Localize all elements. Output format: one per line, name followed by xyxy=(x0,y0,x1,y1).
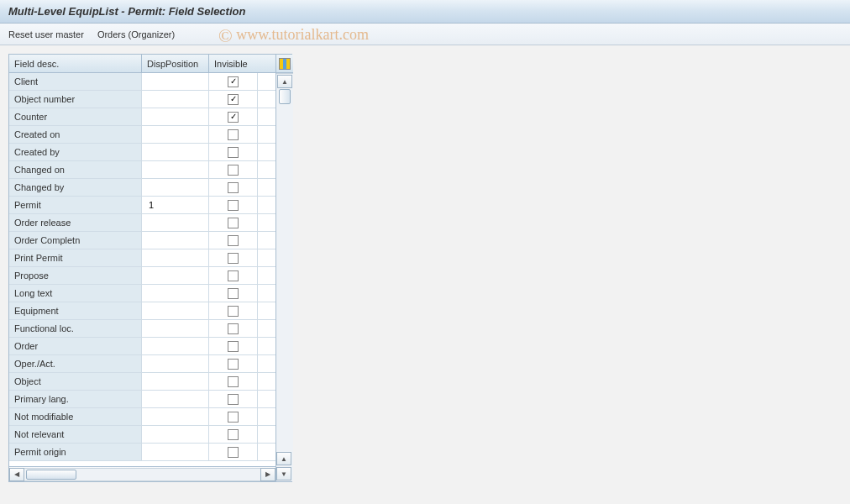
disp-position-cell[interactable] xyxy=(142,126,209,143)
disp-position-cell[interactable] xyxy=(142,302,209,319)
disp-position-cell[interactable] xyxy=(142,108,209,125)
disp-position-cell[interactable] xyxy=(142,426,209,443)
invisible-cell[interactable] xyxy=(209,73,258,90)
disp-position-input[interactable] xyxy=(147,162,203,177)
invisible-cell[interactable] xyxy=(209,267,258,284)
invisible-cell[interactable] xyxy=(209,391,258,407)
disp-position-cell[interactable] xyxy=(142,355,209,372)
disp-position-input[interactable] xyxy=(147,92,203,107)
disp-position-input[interactable] xyxy=(147,233,203,248)
disp-position-cell[interactable] xyxy=(142,320,209,337)
invisible-checkbox[interactable] xyxy=(228,182,239,193)
disp-position-input[interactable] xyxy=(147,444,203,459)
vscroll-up-button[interactable]: ▲ xyxy=(277,75,292,88)
invisible-cell[interactable] xyxy=(209,302,258,319)
reset-user-master-button[interactable]: Reset user master xyxy=(8,29,84,39)
col-header-disp-position[interactable]: DispPosition xyxy=(142,55,209,72)
hscroll-left-button[interactable]: ◀ xyxy=(9,468,24,481)
invisible-checkbox[interactable] xyxy=(228,447,239,458)
disp-position-cell[interactable] xyxy=(142,179,209,196)
disp-position-input[interactable] xyxy=(147,339,203,354)
disp-position-cell[interactable] xyxy=(142,373,209,390)
disp-position-input[interactable] xyxy=(147,197,203,213)
invisible-checkbox[interactable] xyxy=(228,306,239,317)
invisible-checkbox[interactable] xyxy=(228,323,239,334)
col-header-field-desc[interactable]: Field desc. xyxy=(9,55,142,72)
disp-position-input[interactable] xyxy=(147,409,203,424)
vscroll-down-button[interactable]: ▼ xyxy=(276,467,291,480)
hscroll-track[interactable] xyxy=(24,468,260,481)
invisible-checkbox[interactable] xyxy=(228,218,239,228)
col-header-invisible[interactable]: Invisible xyxy=(209,55,258,72)
disp-position-input[interactable] xyxy=(147,356,203,371)
invisible-cell[interactable] xyxy=(209,444,258,460)
invisible-checkbox[interactable] xyxy=(228,94,239,105)
disp-position-input[interactable] xyxy=(147,268,203,283)
hscroll-right-button[interactable]: ▶ xyxy=(260,468,275,481)
disp-position-input[interactable] xyxy=(147,74,203,89)
invisible-cell[interactable] xyxy=(209,91,258,108)
invisible-checkbox[interactable] xyxy=(228,165,239,176)
disp-position-input[interactable] xyxy=(147,321,203,336)
invisible-checkbox[interactable] xyxy=(228,394,239,405)
configure-columns-button[interactable] xyxy=(276,55,293,73)
disp-position-cell[interactable] xyxy=(142,197,209,213)
invisible-checkbox[interactable] xyxy=(228,253,239,264)
horizontal-scrollbar[interactable]: ◀ ▶ xyxy=(9,466,275,481)
vscroll-down-step-button[interactable]: ▲ xyxy=(276,452,291,465)
disp-position-input[interactable] xyxy=(147,286,203,301)
disp-position-cell[interactable] xyxy=(142,267,209,284)
invisible-cell[interactable] xyxy=(209,338,258,354)
disp-position-cell[interactable] xyxy=(142,91,209,108)
invisible-cell[interactable] xyxy=(209,249,258,266)
disp-position-input[interactable] xyxy=(147,144,203,160)
invisible-checkbox[interactable] xyxy=(228,359,239,370)
invisible-checkbox[interactable] xyxy=(228,129,239,140)
disp-position-cell[interactable] xyxy=(142,249,209,266)
invisible-cell[interactable] xyxy=(209,320,258,337)
disp-position-cell[interactable] xyxy=(142,444,209,460)
invisible-checkbox[interactable] xyxy=(228,429,239,440)
invisible-checkbox[interactable] xyxy=(228,341,239,352)
invisible-checkbox[interactable] xyxy=(228,147,239,158)
invisible-checkbox[interactable] xyxy=(228,412,239,423)
invisible-cell[interactable] xyxy=(209,108,258,125)
invisible-cell[interactable] xyxy=(209,161,258,178)
invisible-cell[interactable] xyxy=(209,144,258,160)
disp-position-input[interactable] xyxy=(147,303,203,318)
disp-position-cell[interactable] xyxy=(142,161,209,178)
invisible-checkbox[interactable] xyxy=(228,270,239,281)
disp-position-cell[interactable] xyxy=(142,73,209,90)
invisible-checkbox[interactable] xyxy=(228,76,239,87)
invisible-cell[interactable] xyxy=(209,232,258,249)
disp-position-input[interactable] xyxy=(147,215,203,230)
invisible-cell[interactable] xyxy=(209,285,258,302)
disp-position-input[interactable] xyxy=(147,374,203,389)
invisible-checkbox[interactable] xyxy=(228,112,239,123)
invisible-cell[interactable] xyxy=(209,197,258,213)
invisible-cell[interactable] xyxy=(209,408,258,425)
disp-position-cell[interactable] xyxy=(142,408,209,425)
disp-position-input[interactable] xyxy=(147,391,203,407)
orders-organizer-button[interactable]: Orders (Organizer) xyxy=(97,29,175,39)
disp-position-input[interactable] xyxy=(147,250,203,265)
invisible-checkbox[interactable] xyxy=(228,200,239,211)
invisible-cell[interactable] xyxy=(209,355,258,372)
invisible-checkbox[interactable] xyxy=(228,288,239,299)
disp-position-input[interactable] xyxy=(147,109,203,124)
vscroll-thumb[interactable] xyxy=(279,89,291,104)
disp-position-cell[interactable] xyxy=(142,338,209,354)
disp-position-cell[interactable] xyxy=(142,144,209,160)
disp-position-input[interactable] xyxy=(147,427,203,442)
disp-position-cell[interactable] xyxy=(142,214,209,231)
invisible-cell[interactable] xyxy=(209,179,258,196)
invisible-checkbox[interactable] xyxy=(228,376,239,387)
disp-position-cell[interactable] xyxy=(142,285,209,302)
vertical-scrollbar[interactable]: ▲ ▲ ▼ xyxy=(276,73,293,481)
disp-position-cell[interactable] xyxy=(142,232,209,249)
invisible-cell[interactable] xyxy=(209,373,258,390)
disp-position-cell[interactable] xyxy=(142,391,209,407)
disp-position-input[interactable] xyxy=(147,127,203,142)
invisible-cell[interactable] xyxy=(209,126,258,143)
disp-position-input[interactable] xyxy=(147,180,203,195)
